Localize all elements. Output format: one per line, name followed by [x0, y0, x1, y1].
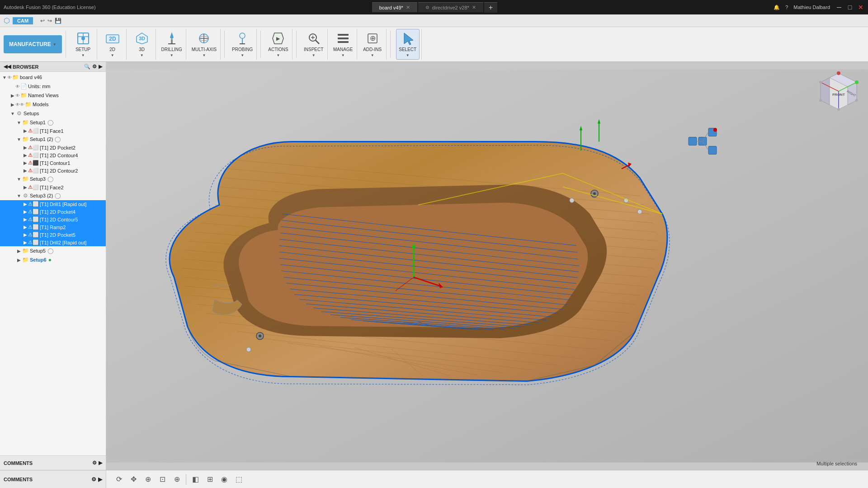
maximize-button[interactable]: □	[846, 4, 854, 11]
tree-toggle-face2[interactable]: ▶	[23, 185, 28, 190]
toolbar-sep-1	[66, 31, 66, 58]
view-display-icon[interactable]: ◧	[190, 474, 201, 485]
tree-item-pocket5[interactable]: ▶ ⚠ ⬜ [T1] 2D Pocket5	[0, 231, 106, 239]
nav-pan-icon[interactable]: ✥	[128, 474, 139, 485]
units-eye-icon[interactable]: 👁	[15, 84, 20, 89]
tree-toggle-setup6[interactable]: ▶	[16, 257, 22, 263]
tree-item-setup1-2[interactable]: ▼ 📁 Setup1 (2) ◯	[0, 135, 106, 144]
tree-toggle-setup1-2[interactable]: ▼	[16, 136, 22, 142]
tree-toggle-drill2[interactable]: ▶	[23, 240, 28, 245]
namedviews-eye-icon[interactable]: 👁	[15, 93, 20, 98]
cam-label: CAM	[13, 17, 33, 24]
manufacture-button[interactable]: MANUFACTURE ▼	[4, 35, 62, 53]
notification-icon[interactable]: 🔔	[774, 5, 780, 10]
tree-item-contour1[interactable]: ▶ ⚠ ⬛ [T1] Contour1	[0, 159, 106, 167]
tree-toggle-pocket4[interactable]: ▶	[23, 209, 28, 215]
tree-toggle-contour5[interactable]: ▶	[23, 217, 28, 222]
tree-toggle-pocket5[interactable]: ▶	[23, 232, 28, 238]
tree-item-pocket4[interactable]: ▶ ⚠ ⬜ [T1] 2D Pocket4	[0, 208, 106, 216]
tree-item-units[interactable]: ▷ 👁 📄 Units: mm	[0, 82, 106, 91]
manage-button[interactable]: MANAGE ▼	[331, 29, 355, 60]
tree-toggle-models[interactable]: ▶	[10, 102, 15, 107]
select-button[interactable]: SELECT ▼	[396, 29, 420, 60]
tree-toggle-contour4[interactable]: ▶	[23, 153, 28, 158]
comments-bottom-arrow[interactable]: ▶	[98, 476, 102, 483]
browser-collapse-icon[interactable]: ◀◀	[4, 64, 11, 70]
viewcube[interactable]: FRONT RIGHT	[818, 71, 859, 112]
redo-icon[interactable]: ↪	[47, 18, 52, 24]
tree-toggle-pocket2[interactable]: ▶	[23, 145, 28, 150]
tree-item-contour2[interactable]: ▶ ⚠ ⬜ [T1] 2D Contour2	[0, 167, 106, 174]
viewport[interactable]: FRONT RIGHT Multiple selections	[106, 62, 868, 470]
actions-button[interactable]: ▶ ACTIONS ▼	[266, 29, 290, 60]
addins-button[interactable]: ⊕ ADD-INS ▼	[361, 29, 384, 60]
svg-marker-116	[821, 78, 830, 105]
save-icon[interactable]: 💾	[55, 18, 61, 24]
tree-item-root[interactable]: ▼ 👁 📁 board v46	[0, 73, 106, 82]
view-grid-icon[interactable]: ⊞	[204, 474, 215, 485]
browser-arrow-icon[interactable]: ▶	[99, 64, 102, 70]
tree-item-face2[interactable]: ▶ ⚠ ⬜ [T1] Face2	[0, 183, 106, 191]
nav-fit-icon[interactable]: ⊡	[157, 474, 168, 485]
nav-zoom-icon[interactable]: ⊕	[142, 474, 153, 485]
tree-label-pocket5: [T1] 2D Pocket5	[40, 232, 75, 238]
nav-orbit-icon[interactable]: ⟳	[113, 474, 124, 485]
multi-axis-button[interactable]: MULTI-AXIS ▼	[190, 29, 218, 60]
tree-toggle-setup5[interactable]: ▶	[16, 248, 22, 253]
browser-settings-icon[interactable]: ⚙	[92, 64, 97, 70]
tree-item-setup6[interactable]: ▶ 📁 Setup6 ●	[0, 255, 106, 264]
tree-item-ramp2[interactable]: ▶ ⚠ ⬜ [T1] Ramp2	[0, 223, 106, 231]
tree-toggle-root[interactable]: ▼	[2, 75, 7, 80]
comments-arrow-icon[interactable]: ▶	[99, 460, 102, 466]
tree-toggle-contour1[interactable]: ▶	[23, 160, 28, 166]
browser-search-icon[interactable]: 🔍	[84, 64, 90, 70]
tree-item-setup3[interactable]: ▼ 📁 Setup3 ◯	[0, 174, 106, 183]
tree-toggle-setups[interactable]: ▼	[10, 111, 15, 116]
tree-toggle-drill1[interactable]: ▶	[23, 202, 28, 207]
models-eye-icon[interactable]: 👁	[15, 102, 20, 107]
drilling-button[interactable]: DRILLING ▼	[160, 29, 184, 60]
inspect-button[interactable]: INSPECT ▼	[302, 29, 326, 60]
tree-toggle-contour2[interactable]: ▶	[23, 168, 28, 174]
tree-item-face1[interactable]: ▶ ⚠ ⬜ [T1] Face1	[0, 127, 106, 135]
tree-toggle-setup1[interactable]: ▼	[16, 120, 22, 125]
tab-directdrive-close[interactable]: ✕	[472, 5, 476, 10]
tab-board-close[interactable]: ✕	[406, 5, 410, 10]
tree-item-named-views[interactable]: ▶ 👁 📁 Named Views	[0, 91, 106, 100]
3d-button[interactable]: 3D 3D ▼	[130, 29, 154, 60]
tree-item-setup3-2[interactable]: ▼ ⚙ Setup3 (2) ◯	[0, 191, 106, 200]
close-button[interactable]: ✕	[857, 4, 864, 11]
setup-button[interactable]: SETUP ▼	[71, 29, 95, 60]
undo-icon[interactable]: ↩	[40, 18, 45, 24]
tree-item-setup5[interactable]: ▶ 📁 Setup5 ◯	[0, 246, 106, 255]
view-render-icon[interactable]: ⬚	[233, 474, 244, 485]
svg-point-122	[837, 71, 840, 75]
tree-item-drill2[interactable]: ▶ ⚠ ⬜ [T1] Drill2 [Rapid out]	[0, 239, 106, 246]
tree-item-drill1[interactable]: ▶ ⚠ ⬜ [T1] Drill1 [Rapid out]	[0, 200, 106, 208]
tab-new[interactable]: +	[484, 2, 497, 13]
probing-button[interactable]: PROBING ▼	[230, 29, 255, 60]
tree-item-setup1[interactable]: ▼ 📁 Setup1 ◯	[0, 118, 106, 127]
nav-zoomin-icon[interactable]: ⊕	[171, 474, 182, 485]
tree-toggle-setup3-2[interactable]: ▼	[16, 193, 22, 198]
comments-settings-icon[interactable]: ⚙	[92, 460, 97, 466]
models-eye2-icon[interactable]: 👁	[20, 102, 24, 107]
help-icon[interactable]: ?	[785, 5, 788, 10]
browser-panel: ◀◀ BROWSER 🔍 ⚙ ▶ ▼ 👁 📁 board v46 ▷ 👁 📄	[0, 62, 106, 470]
view-env-icon[interactable]: ◉	[219, 474, 230, 485]
tree-toggle-namedviews[interactable]: ▶	[10, 93, 15, 98]
tree-item-contour5[interactable]: ▶ ⚠ ⬜ [T1] 2D Contour5	[0, 216, 106, 223]
comments-bottom-settings[interactable]: ⚙	[91, 476, 96, 483]
tree-item-models[interactable]: ▶ 👁 👁 📁 Models	[0, 100, 106, 109]
tree-item-pocket2[interactable]: ▶ ⚠ ⬜ [T1] 2D Pocket2	[0, 144, 106, 151]
tree-toggle-setup3[interactable]: ▼	[16, 176, 22, 182]
tree-item-setups[interactable]: ▼ ⚙ Setups	[0, 109, 106, 118]
tab-directdrive[interactable]: ⚙ directdrive2 v28* ✕	[418, 2, 483, 12]
tree-item-contour4[interactable]: ▶ ⚠ ⬜ [T1] 2D Contour4	[0, 151, 106, 159]
tree-toggle-ramp2[interactable]: ▶	[23, 225, 28, 230]
tree-toggle-face1[interactable]: ▶	[23, 128, 28, 134]
2d-button[interactable]: 2D 2D ▼	[101, 29, 124, 60]
minimize-button[interactable]: ─	[835, 4, 843, 11]
tab-board[interactable]: board v49* ✕	[372, 2, 417, 12]
root-eye-icon[interactable]: 👁	[7, 75, 12, 80]
